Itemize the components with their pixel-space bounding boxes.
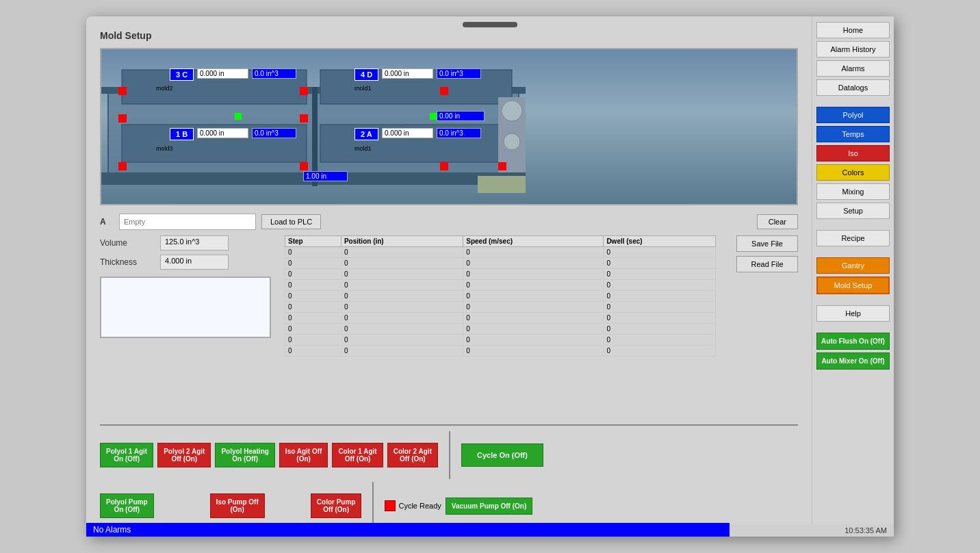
table-cell[interactable]: 0 — [604, 291, 716, 302]
iso-pump-btn[interactable]: Iso Pump Off(On) — [210, 493, 265, 518]
polyol-btn[interactable]: Polyol — [816, 107, 890, 123]
datalogs-btn[interactable]: Datalogs — [816, 79, 890, 96]
green-ind-1 — [235, 113, 242, 120]
table-cell[interactable]: 0 — [604, 324, 716, 335]
iso-btn[interactable]: Iso — [816, 145, 890, 162]
polyol-pump-btn[interactable]: Polyol PumpOn (Off) — [100, 493, 154, 518]
table-cell[interactable]: 0 — [341, 269, 463, 280]
table-cell[interactable]: 0 — [341, 291, 463, 302]
table-cell[interactable]: 0 — [604, 346, 716, 357]
table-cell[interactable]: 0 — [604, 258, 716, 269]
table-cell[interactable]: 0 — [604, 280, 716, 291]
table-cell[interactable]: 0 — [285, 291, 341, 302]
mold-name-input[interactable] — [119, 214, 256, 230]
table-cell[interactable]: 0 — [285, 269, 341, 280]
colors-btn[interactable]: Colors — [816, 164, 890, 181]
table-cell[interactable]: 0 — [285, 324, 341, 335]
table-cell[interactable]: 0 — [463, 269, 604, 280]
vacuum-pump-btn[interactable]: Vacuum Pump Off (On) — [446, 498, 532, 515]
color1-agit-btn[interactable]: Color 1 AgitOff (On) — [332, 443, 383, 467]
label-a: A — [100, 217, 114, 227]
gantry-btn[interactable]: Gantry — [816, 257, 890, 274]
table-cell[interactable]: 0 — [463, 302, 604, 313]
volume-value[interactable]: 125.0 in^3 — [160, 235, 229, 250]
polyol1-agit-btn[interactable]: Polyol 1 AgitOn (Off) — [100, 443, 153, 467]
table-cell[interactable]: 0 — [285, 247, 341, 258]
polyol2-agit-btn[interactable]: Polyol 2 AgitOff (On) — [157, 443, 211, 467]
help-btn[interactable]: Help — [816, 305, 890, 322]
table-cell[interactable]: 0 — [463, 280, 604, 291]
pos-1b[interactable]: 0.000 in — [197, 128, 248, 138]
vol-4d[interactable]: 0.0 in^3 — [437, 68, 481, 79]
alarm-history-btn[interactable]: Alarm History — [816, 41, 890, 57]
alarms-btn[interactable]: Alarms — [816, 60, 890, 77]
color-pump-btn[interactable]: Color PumpOff (On) — [311, 493, 362, 518]
home-btn[interactable]: Home — [816, 22, 890, 38]
table-cell[interactable]: 0 — [285, 258, 341, 269]
table-cell[interactable]: 0 — [341, 324, 463, 335]
mold1b-label: mold1 — [354, 145, 372, 152]
val-center[interactable]: 1.00 in — [303, 171, 348, 181]
top-bar — [463, 22, 517, 27]
table-cell[interactable]: 0 — [341, 313, 463, 324]
clear-button[interactable]: Clear — [757, 214, 798, 229]
table-cell[interactable]: 0 — [604, 269, 716, 280]
save-file-button[interactable]: Save File — [736, 235, 798, 252]
vol-3c[interactable]: 0.0 in^3 — [252, 68, 296, 79]
table-cell[interactable]: 0 — [341, 280, 463, 291]
mold-setup-btn[interactable]: Mold Setup — [816, 276, 890, 294]
load-plc-button[interactable]: Load to PLC — [261, 214, 321, 229]
setup-btn[interactable]: Setup — [816, 203, 890, 219]
table-cell[interactable]: 0 — [463, 291, 604, 302]
table-cell[interactable]: 0 — [604, 247, 716, 258]
table-cell[interactable]: 0 — [463, 247, 604, 258]
table-cell[interactable]: 0 — [341, 302, 463, 313]
vol-2a[interactable]: 0.0 in^3 — [437, 128, 481, 138]
table-cell[interactable]: 0 — [285, 313, 341, 324]
form-area: A Load to PLC Clear Volume 125.0 in^3 Th… — [100, 214, 798, 422]
table-cell[interactable]: 0 — [341, 346, 463, 357]
table-cell[interactable]: 0 — [285, 335, 341, 346]
right-sidebar: Home Alarm History Alarms Datalogs Polyo… — [812, 16, 894, 537]
table-cell[interactable]: 0 — [463, 324, 604, 335]
cycle-ready-area: Cycle Ready — [385, 500, 441, 511]
auto-mixer-btn[interactable]: Auto Mixer On (Off) — [816, 352, 890, 370]
mixing-btn[interactable]: Mixing — [816, 183, 890, 200]
iso-agit-btn[interactable]: Iso Agit Off(On) — [279, 443, 328, 467]
table-cell[interactable]: 0 — [463, 313, 604, 324]
col-position: Position (in) — [341, 236, 463, 247]
pos-3c[interactable]: 0.000 in — [197, 68, 248, 79]
val-right[interactable]: 0.00 in — [437, 111, 485, 121]
cycle-on-btn[interactable]: Cycle On (Off) — [461, 443, 543, 467]
read-file-button[interactable]: Read File — [736, 256, 798, 272]
col-dwell: Dwell (sec) — [604, 236, 716, 247]
pos-4d[interactable]: 0.000 in — [382, 68, 433, 79]
table-cell[interactable]: 0 — [604, 335, 716, 346]
table-cell[interactable]: 0 — [463, 346, 604, 357]
notes-area[interactable] — [100, 276, 271, 338]
table-row: 0000 — [285, 247, 716, 258]
color2-agit-btn[interactable]: Color 2 AgitOff (On) — [387, 443, 438, 467]
label-4d: 4 D — [354, 68, 378, 81]
table-cell[interactable]: 0 — [341, 335, 463, 346]
table-row: 0000 — [285, 269, 716, 280]
table-cell[interactable]: 0 — [341, 247, 463, 258]
pos-2a[interactable]: 0.000 in — [382, 128, 433, 138]
table-cell[interactable]: 0 — [463, 258, 604, 269]
table-cell[interactable]: 0 — [341, 258, 463, 269]
table-cell[interactable]: 0 — [285, 346, 341, 357]
thickness-value[interactable]: 4.000 in — [160, 255, 229, 270]
table-cell[interactable]: 0 — [285, 302, 341, 313]
table-cell[interactable]: 0 — [604, 313, 716, 324]
polyol-heating-btn[interactable]: Polyol HeatingOn (Off) — [215, 443, 274, 467]
table-row: 0000 — [285, 291, 716, 302]
auto-flush-btn[interactable]: Auto Flush On (Off) — [816, 333, 890, 350]
table-row: 0000 — [285, 324, 716, 335]
recipe-btn[interactable]: Recipe — [816, 230, 890, 246]
table-cell[interactable]: 0 — [604, 302, 716, 313]
bottom-buttons-row1: Polyol 1 AgitOn (Off) Polyol 2 AgitOff (… — [100, 431, 798, 479]
table-cell[interactable]: 0 — [285, 280, 341, 291]
table-cell[interactable]: 0 — [463, 335, 604, 346]
temps-btn[interactable]: Temps — [816, 126, 890, 142]
vol-1b[interactable]: 0.0 in^3 — [252, 128, 296, 138]
